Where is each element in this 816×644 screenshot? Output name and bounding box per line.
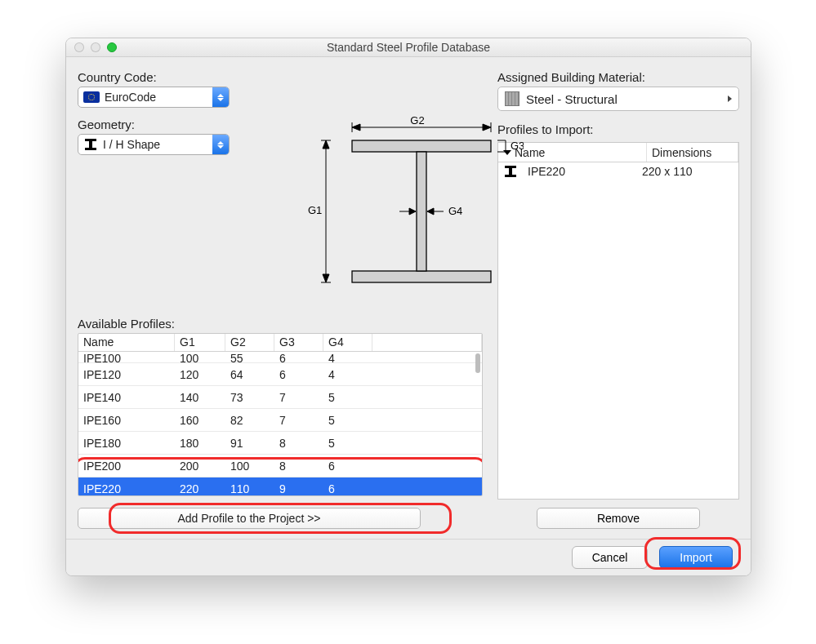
cell-name: IPE100 — [78, 352, 175, 363]
geometry-value: I / H Shape — [103, 138, 212, 151]
col-g1[interactable]: G1 — [175, 334, 225, 351]
table-row[interactable]: IPE1001005564 — [78, 352, 482, 363]
cell-g3: 8 — [274, 460, 323, 473]
chevron-right-icon — [728, 95, 732, 102]
cell-name: IPE180 — [78, 437, 175, 450]
eu-flag-icon — [83, 91, 100, 103]
select-stepper-icon — [212, 135, 229, 154]
cell-g4: 5 — [323, 414, 372, 427]
cell-g4: 5 — [323, 437, 372, 450]
cell-g2: 91 — [225, 437, 274, 450]
col-g4[interactable]: G4 — [323, 334, 372, 351]
country-code-label: Country Code: — [78, 70, 483, 84]
cell-g1: 120 — [175, 368, 225, 381]
available-profiles-label: Available Profiles: — [78, 317, 483, 331]
import-row[interactable]: IPE220220 x 110 — [498, 162, 738, 180]
cell-g4: 6 — [323, 482, 372, 495]
svg-marker-7 — [483, 124, 491, 131]
cell-g4: 4 — [323, 352, 372, 363]
geometry-select[interactable]: I / H Shape — [78, 134, 230, 155]
table-row[interactable]: IPE22022011096 — [78, 477, 482, 495]
svg-text:G3: G3 — [511, 140, 524, 152]
cell-g1: 160 — [175, 414, 225, 427]
add-profile-button[interactable]: Add Profile to the Project >> — [78, 508, 421, 529]
select-stepper-icon — [212, 87, 229, 107]
cell-name: IPE200 — [78, 460, 175, 473]
cell-g2: 82 — [225, 414, 274, 427]
cell-g1: 180 — [175, 437, 225, 450]
cell-g3: 7 — [274, 414, 323, 427]
cell-name: IPE120 — [78, 368, 175, 381]
table-row[interactable]: IPE1401407375 — [78, 386, 482, 409]
svg-text:G1: G1 — [308, 204, 322, 216]
i-beam-icon — [83, 139, 98, 150]
dialog-footer: Cancel Import — [66, 539, 751, 575]
cell-g3: 6 — [274, 352, 323, 363]
cell-g4: 5 — [323, 391, 372, 404]
table-header-row: Name G1 G2 G3 G4 — [78, 334, 482, 352]
material-swatch-icon — [505, 91, 519, 106]
cell-g2: 55 — [225, 352, 274, 363]
svg-marker-17 — [323, 274, 329, 282]
material-select[interactable]: Steel - Structural — [497, 87, 739, 111]
cell-g2: 110 — [225, 482, 274, 495]
cell-g2: 100 — [225, 460, 274, 473]
cell-g3: 7 — [274, 391, 323, 404]
import-dimensions: 220 x 110 — [642, 165, 734, 178]
svg-marker-16 — [323, 140, 329, 149]
table-row[interactable]: IPE1601608275 — [78, 409, 482, 432]
cell-g3: 6 — [274, 368, 323, 381]
cell-g2: 64 — [225, 368, 274, 381]
cell-g4: 6 — [323, 460, 372, 473]
profiles-to-import-label: Profiles to Import: — [497, 122, 739, 136]
svg-marker-22 — [427, 208, 434, 215]
col-name[interactable]: Name — [78, 334, 175, 351]
country-code-select[interactable]: EuroCode — [78, 87, 230, 108]
table-row[interactable]: IPE20020010086 — [78, 455, 482, 477]
cell-name: IPE140 — [78, 391, 175, 404]
cell-g1: 200 — [175, 460, 225, 473]
import-table[interactable]: Name Dimensions IPE220220 x 110 — [497, 142, 739, 500]
cell-g1: 140 — [175, 391, 225, 404]
cell-name: IPE160 — [78, 414, 175, 427]
country-code-value: EuroCode — [105, 91, 212, 104]
profile-preview: G2 G3 G1 G4 — [303, 116, 524, 300]
import-name: IPE220 — [528, 165, 565, 178]
col-g2[interactable]: G2 — [225, 334, 274, 351]
svg-rect-0 — [352, 140, 491, 152]
cell-g4: 4 — [323, 368, 372, 381]
svg-marker-6 — [352, 124, 360, 131]
col-g3[interactable]: G3 — [274, 334, 323, 351]
cell-g3: 8 — [274, 437, 323, 450]
window-title: Standard Steel Profile Database — [66, 41, 751, 54]
import-col-dimensions[interactable]: Dimensions — [647, 143, 738, 162]
svg-marker-20 — [409, 208, 416, 215]
cell-g1: 100 — [175, 352, 225, 363]
svg-text:G2: G2 — [410, 116, 424, 127]
material-value: Steel - Structural — [526, 92, 618, 106]
scrollbar-thumb[interactable] — [475, 353, 480, 373]
cell-g1: 220 — [175, 482, 225, 495]
cancel-button[interactable]: Cancel — [572, 546, 649, 569]
cell-name: IPE220 — [78, 482, 175, 495]
col-blank — [372, 334, 482, 351]
cell-g3: 9 — [274, 482, 323, 495]
svg-rect-1 — [352, 271, 491, 282]
svg-text:G4: G4 — [448, 205, 462, 217]
svg-rect-2 — [417, 152, 426, 271]
import-button[interactable]: Import — [659, 546, 733, 569]
titlebar: Standard Steel Profile Database — [66, 38, 751, 57]
dialog-window: Standard Steel Profile Database Country … — [65, 38, 751, 576]
table-row[interactable]: IPE1201206464 — [78, 363, 482, 386]
material-label: Assigned Building Material: — [497, 70, 739, 84]
table-row[interactable]: IPE1801809185 — [78, 432, 482, 455]
available-profiles-table[interactable]: Name G1 G2 G3 G4 IPE1001005564IPE1201206… — [78, 333, 483, 496]
remove-button[interactable]: Remove — [537, 508, 700, 529]
cell-g2: 73 — [225, 391, 274, 404]
